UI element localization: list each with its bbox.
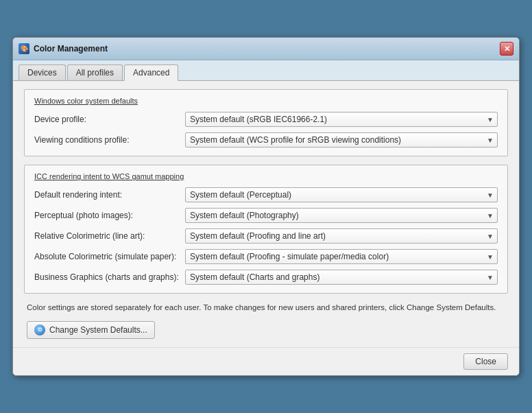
titlebar-left: 🎨 Color Management: [19, 43, 108, 54]
icc-row-1: Perceptual (photo images): System defaul…: [34, 208, 498, 223]
icc-label-2: Relative Colorimetric (line art):: [34, 231, 185, 241]
icc-dropdown-wrap-0: System default (Perceptual) ▼: [185, 187, 498, 202]
icc-label-3: Absolute Colorimetric (simulate paper):: [34, 252, 185, 261]
window-title: Color Management: [34, 44, 108, 54]
footer: Close: [13, 347, 519, 375]
tab-advanced[interactable]: Advanced: [124, 64, 178, 81]
icc-dropdown-2[interactable]: System default (Proofing and line art): [185, 228, 498, 244]
icc-dropdown-wrap-2: System default (Proofing and line art) ▼: [185, 228, 498, 244]
viewing-conditions-label: Viewing conditions profile:: [34, 135, 185, 145]
icc-label-4: Business Graphics (charts and graphs):: [34, 272, 185, 282]
icc-row-0: Default rendering intent: System default…: [34, 187, 498, 202]
viewing-conditions-dropdown[interactable]: System default (WCS profile for sRGB vie…: [185, 132, 498, 148]
change-system-defaults-button[interactable]: ⚙ Change System Defaults...: [27, 321, 155, 339]
device-profile-label: Device profile:: [34, 115, 185, 124]
change-btn-label: Change System Defaults...: [49, 325, 147, 335]
icc-row-2: Relative Colorimetric (line art): System…: [34, 228, 498, 244]
device-profile-row: Device profile: System default (sRGB IEC…: [34, 112, 498, 127]
device-profile-dropdown[interactable]: System default (sRGB IEC61966-2.1): [185, 112, 498, 127]
device-profile-dropdown-wrap: System default (sRGB IEC61966-2.1) ▼: [185, 112, 498, 127]
main-content: Windows color system defaults Device pro…: [13, 81, 519, 346]
viewing-conditions-row: Viewing conditions profile: System defau…: [34, 132, 498, 148]
viewing-conditions-dropdown-wrap: System default (WCS profile for sRGB vie…: [185, 132, 498, 148]
icc-dropdown-1[interactable]: System default (Photography): [185, 208, 498, 223]
icc-label-1: Perceptual (photo images):: [34, 211, 185, 220]
info-text: Color settings are stored separately for…: [24, 302, 508, 314]
titlebar: 🎨 Color Management ✕: [13, 38, 519, 60]
tabs-bar: Devices All profiles Advanced: [13, 60, 519, 81]
icc-dropdown-wrap-3: System default (Proofing - simulate pape…: [185, 249, 498, 264]
icc-dropdown-wrap-1: System default (Photography) ▼: [185, 208, 498, 223]
icc-dropdown-4[interactable]: System default (Charts and graphs): [185, 270, 498, 285]
icc-section-title: ICC rendering intent to WCS gamut mappin…: [34, 172, 498, 180]
color-management-window: 🎨 Color Management ✕ Devices All profile…: [12, 37, 520, 375]
icc-dropdown-0[interactable]: System default (Perceptual): [185, 187, 498, 202]
icc-dropdown-3[interactable]: System default (Proofing - simulate pape…: [185, 249, 498, 264]
icc-label-0: Default rendering intent:: [34, 190, 185, 200]
windows-defaults-title: Windows color system defaults: [34, 97, 498, 105]
change-btn-icon: ⚙: [34, 324, 45, 335]
close-footer-button[interactable]: Close: [463, 353, 508, 370]
tab-devices[interactable]: Devices: [19, 64, 66, 80]
close-button[interactable]: ✕: [500, 42, 513, 56]
windows-defaults-section: Windows color system defaults Device pro…: [24, 89, 508, 156]
tab-allprofiles[interactable]: All profiles: [67, 64, 123, 80]
icc-section: ICC rendering intent to WCS gamut mappin…: [24, 165, 508, 294]
icc-dropdown-wrap-4: System default (Charts and graphs) ▼: [185, 270, 498, 285]
icc-row-4: Business Graphics (charts and graphs): S…: [34, 270, 498, 285]
icc-row-3: Absolute Colorimetric (simulate paper): …: [34, 249, 498, 264]
app-icon: 🎨: [19, 43, 29, 54]
